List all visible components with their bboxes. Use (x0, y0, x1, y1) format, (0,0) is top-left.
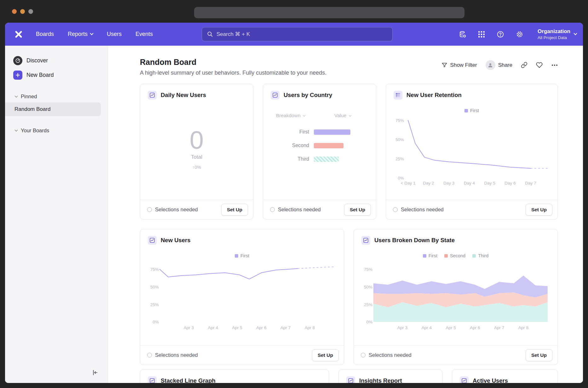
sidebar-section-pinned[interactable]: Pinned (5, 90, 108, 102)
chevron-down-icon (15, 128, 18, 131)
chart-legend: FirstSecondThird (354, 253, 557, 259)
status-circle-icon (393, 207, 398, 212)
country-row-label: First (263, 129, 309, 135)
sidebar-section-your-boards[interactable]: Your Boards (5, 124, 108, 136)
svg-text:75%: 75% (395, 118, 404, 123)
country-row-bar (314, 157, 339, 162)
sidebar-item-new-board[interactable]: New Board (5, 68, 108, 82)
collapse-sidebar-icon[interactable] (91, 369, 98, 376)
svg-text:Day 4: Day 4 (464, 181, 475, 185)
metric-value: 0 (190, 128, 204, 153)
more-options-icon[interactable] (551, 62, 558, 69)
line-chart-icon (361, 236, 370, 245)
board-item-label: Random Board (14, 106, 50, 112)
country-row-label: Third (263, 156, 309, 162)
line-chart-icon (148, 376, 157, 383)
sidebar-item-discover[interactable]: Discover (5, 53, 108, 68)
users-by-state-chart: 75%50%25%0%Apr 3Apr 4Apr 5Apr 6Apr 7Apr … (359, 261, 553, 334)
nav-item-boards[interactable]: Boards (36, 31, 54, 37)
board-toolbar: Show Filter Share (441, 60, 558, 70)
organization-project: All Project Data (538, 35, 570, 40)
svg-text:Day 2: Day 2 (423, 181, 434, 185)
settings-gear-icon[interactable] (516, 31, 523, 38)
country-row: Second (263, 143, 376, 148)
svg-text:Day 6: Day 6 (504, 181, 516, 185)
line-chart-icon (148, 91, 157, 100)
selections-needed-status: Selections needed (147, 352, 198, 358)
chevron-down-icon (90, 31, 93, 35)
status-text: Selections needed (278, 207, 321, 213)
card-footer: Selections needed Set Up (263, 200, 376, 219)
card-insights-report: Insights Report (338, 369, 442, 383)
minimize-window-button[interactable] (20, 9, 25, 14)
sidebar-board-random-board[interactable]: Random Board (5, 102, 101, 116)
card-header: Daily New Users (140, 84, 253, 104)
help-icon[interactable] (497, 31, 504, 38)
card-body: FirstSecondThird 75%50%25%0%Apr 3Apr 4Ap… (354, 249, 557, 345)
data-management-icon[interactable] (459, 31, 466, 38)
apps-grid-icon[interactable] (478, 31, 485, 38)
svg-text:50%: 50% (364, 285, 372, 289)
card-title: Users Broken Down By State (374, 237, 455, 244)
card-body: 0 Total ↑0% (140, 104, 253, 200)
new-users-chart: 75%50%25%0%Apr 3Apr 4Apr 5Apr 6Apr 7Apr … (145, 261, 339, 334)
organization-text: Organization All Project Data (538, 28, 570, 40)
nav-item-events[interactable]: Events (135, 31, 153, 37)
maximize-window-button[interactable] (28, 9, 33, 14)
mixpanel-logo-icon[interactable] (14, 30, 23, 39)
svg-text:75%: 75% (364, 267, 372, 272)
favorite-heart-icon[interactable] (536, 62, 543, 68)
selections-needed-status: Selections needed (361, 352, 412, 358)
svg-text:50%: 50% (395, 137, 404, 142)
set-up-button[interactable]: Set Up (526, 349, 552, 361)
show-filter-label: Show Filter (450, 62, 477, 68)
selections-needed-status: Selections needed (393, 207, 444, 213)
address-bar[interactable] (194, 7, 464, 18)
share-label: Share (498, 62, 512, 68)
selections-needed-status: Selections needed (147, 207, 198, 213)
svg-text:Apr 7: Apr 7 (280, 325, 291, 330)
nav-item-reports[interactable]: Reports (68, 31, 93, 37)
value-dropdown[interactable]: Value (334, 113, 351, 118)
organization-name: Organization (538, 28, 570, 35)
card-header: Stacked Line Graph (140, 370, 329, 383)
breakdown-dropdown[interactable]: Breakdown (276, 113, 305, 118)
set-up-button[interactable]: Set Up (312, 349, 339, 361)
legend-item: First (235, 253, 249, 258)
line-chart-icon (460, 376, 469, 383)
set-up-button[interactable]: Set Up (344, 204, 371, 216)
card-body: First 75%50%25%0%< Day 1Day 2Day 3Day 4D… (386, 104, 557, 200)
chevron-down-icon (349, 114, 351, 116)
legend-swatch (472, 254, 476, 258)
search-input[interactable] (216, 31, 387, 37)
share-button[interactable]: Share (486, 60, 512, 70)
card-new-users: New Users First 75%50%25%0%Apr 3Apr 4Apr… (140, 229, 344, 365)
nav-item-users[interactable]: Users (107, 31, 122, 37)
card-title: Stacked Line Graph (161, 377, 216, 383)
copy-link-icon[interactable] (521, 62, 527, 68)
nav-right-group: Organization All Project Data (459, 23, 577, 46)
section-label: Your Boards (21, 128, 49, 134)
screen: Boards Reports Users Events (0, 0, 588, 388)
close-window-button[interactable] (12, 9, 17, 14)
svg-text:Apr 3: Apr 3 (184, 325, 194, 330)
svg-text:25%: 25% (150, 302, 159, 307)
svg-text:Apr 5: Apr 5 (446, 325, 456, 330)
status-circle-icon (270, 207, 275, 212)
window-controls (12, 9, 33, 14)
organization-switcher[interactable]: Organization All Project Data (538, 28, 577, 40)
set-up-button[interactable]: Set Up (221, 204, 248, 216)
card-title: Active Users (473, 377, 508, 383)
nav-item-label: Users (107, 31, 122, 37)
set-up-button[interactable]: Set Up (526, 204, 552, 216)
card-title: New Users (161, 237, 191, 244)
global-search[interactable] (202, 27, 393, 41)
card-title: Daily New Users (161, 92, 206, 99)
card-header: Users by Country (263, 84, 376, 104)
svg-text:Apr 6: Apr 6 (470, 325, 480, 330)
top-navigation: Boards Reports Users Events (5, 23, 583, 46)
card-footer: Selections needed Set Up (140, 345, 344, 365)
show-filter-button[interactable]: Show Filter (441, 62, 477, 68)
legend-item: First (464, 108, 479, 113)
legend-item: Third (472, 253, 488, 258)
